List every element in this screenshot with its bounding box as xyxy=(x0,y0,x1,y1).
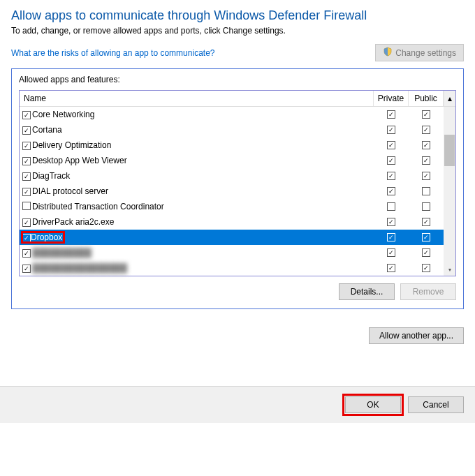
private-checkbox[interactable]: ✓ xyxy=(387,187,395,195)
public-checkbox[interactable]: ✓ xyxy=(422,233,430,241)
enable-checkbox[interactable]: ✓ xyxy=(22,172,31,181)
private-checkbox[interactable]: ✓ xyxy=(387,156,395,165)
column-name[interactable]: Name xyxy=(20,91,374,106)
apps-list: Name Private Public ▴ ✓Core Networking✓✓… xyxy=(19,90,456,276)
dialog-footer: OK Cancel xyxy=(0,386,475,423)
allowed-apps-groupbox: Allowed apps and features: Name Private … xyxy=(11,68,464,309)
app-name-label: DiagTrack xyxy=(32,171,70,181)
public-checkbox[interactable] xyxy=(422,202,430,211)
chevron-up-icon: ▴ xyxy=(448,94,452,103)
change-settings-button[interactable]: Change settings xyxy=(375,44,464,61)
public-checkbox[interactable]: ✓ xyxy=(422,141,430,149)
private-checkbox[interactable]: ✓ xyxy=(387,141,395,149)
scroll-track[interactable] xyxy=(444,107,455,264)
app-name-label: Core Networking xyxy=(32,110,94,119)
private-checkbox[interactable]: ✓ xyxy=(387,110,395,119)
list-header: Name Private Public ▴ xyxy=(20,91,455,107)
scroll-up-button[interactable]: ▴ xyxy=(444,91,455,106)
private-checkbox[interactable]: ✓ xyxy=(387,264,395,272)
public-checkbox[interactable]: ✓ xyxy=(422,218,430,226)
enable-checkbox[interactable] xyxy=(22,202,31,210)
app-name-label: ██████████ xyxy=(32,248,92,258)
enable-checkbox[interactable]: ✓ xyxy=(22,249,31,258)
table-row[interactable]: ✓Desktop App Web Viewer✓✓ xyxy=(20,153,444,168)
column-private[interactable]: Private xyxy=(374,91,409,106)
risks-link[interactable]: What are the risks of allowing an app to… xyxy=(11,48,214,58)
private-checkbox[interactable]: ✓ xyxy=(387,233,395,241)
public-checkbox[interactable]: ✓ xyxy=(422,156,430,165)
scroll-down-button[interactable]: ▾ xyxy=(444,264,455,276)
table-row[interactable]: ✓Core Networking✓✓ xyxy=(20,107,444,122)
enable-checkbox[interactable]: ✓ xyxy=(22,142,31,150)
enable-checkbox[interactable]: ✓ xyxy=(22,265,31,273)
public-checkbox[interactable] xyxy=(422,187,430,195)
table-row[interactable]: ✓Dropbox✓✓ xyxy=(20,230,444,245)
public-checkbox[interactable]: ✓ xyxy=(422,110,430,119)
details-button[interactable]: Details... xyxy=(339,283,395,300)
public-checkbox[interactable]: ✓ xyxy=(422,264,430,272)
private-checkbox[interactable] xyxy=(387,202,395,211)
column-public[interactable]: Public xyxy=(409,91,444,106)
ok-button[interactable]: OK xyxy=(345,396,401,413)
app-name-label: Distributed Transaction Coordinator xyxy=(32,202,164,211)
private-checkbox[interactable]: ✓ xyxy=(387,218,395,226)
app-name-label: Delivery Optimization xyxy=(32,140,111,150)
list-scrollbar[interactable]: ▾ xyxy=(444,107,455,276)
table-row[interactable]: ✓Delivery Optimization✓✓ xyxy=(20,137,444,153)
public-checkbox[interactable]: ✓ xyxy=(422,172,430,180)
app-name-label: Desktop App Web Viewer xyxy=(32,156,127,165)
cancel-button[interactable]: Cancel xyxy=(408,396,464,413)
private-checkbox[interactable]: ✓ xyxy=(387,172,395,180)
enable-checkbox[interactable]: ✓ xyxy=(22,126,31,135)
app-name-label: Dropbox xyxy=(31,232,62,242)
private-checkbox[interactable]: ✓ xyxy=(387,126,395,134)
shield-icon xyxy=(383,47,393,59)
table-row[interactable]: ✓DiagTrack✓✓ xyxy=(20,168,444,184)
app-name-label: Cortana xyxy=(32,125,62,135)
table-row[interactable]: ✓DIAL protocol server✓ xyxy=(20,184,444,199)
public-checkbox[interactable]: ✓ xyxy=(422,126,430,134)
change-settings-label: Change settings xyxy=(395,48,456,58)
table-row[interactable]: ✓Cortana✓✓ xyxy=(20,122,444,137)
page-title: Allow apps to communicate through Window… xyxy=(11,8,464,23)
enable-checkbox[interactable]: ✓ xyxy=(22,218,31,227)
page-subtitle: To add, change, or remove allowed apps a… xyxy=(11,26,464,36)
scroll-thumb[interactable] xyxy=(444,135,455,166)
table-row[interactable]: Distributed Transaction Coordinator xyxy=(20,199,444,214)
chevron-down-icon: ▾ xyxy=(448,267,451,273)
table-row[interactable]: ✓██████████✓✓ xyxy=(20,245,444,260)
table-row[interactable]: ✓DriverPack aria2c.exe✓✓ xyxy=(20,214,444,230)
enable-checkbox[interactable]: ✓ xyxy=(22,188,31,196)
group-label: Allowed apps and features: xyxy=(19,75,456,84)
enable-checkbox[interactable]: ✓ xyxy=(22,234,31,242)
public-checkbox[interactable]: ✓ xyxy=(422,248,430,257)
remove-button: Remove xyxy=(400,283,456,300)
app-name-label: DIAL protocol server xyxy=(32,186,108,196)
app-name-label: ████████████████ xyxy=(32,263,127,273)
enable-checkbox[interactable]: ✓ xyxy=(22,157,31,165)
enable-checkbox[interactable]: ✓ xyxy=(22,111,31,119)
app-name-label: DriverPack aria2c.exe xyxy=(32,217,114,227)
allow-another-app-button[interactable]: Allow another app... xyxy=(369,327,464,344)
private-checkbox[interactable]: ✓ xyxy=(387,248,395,257)
table-row[interactable]: ✓████████████████✓✓ xyxy=(20,260,444,276)
